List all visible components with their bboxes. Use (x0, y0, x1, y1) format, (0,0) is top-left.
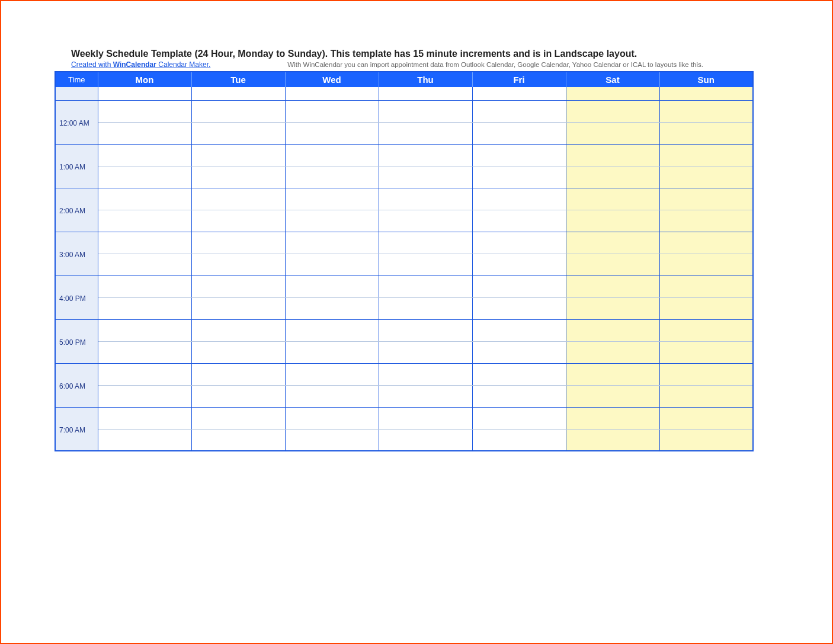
schedule-cell[interactable] (472, 144, 566, 166)
schedule-cell[interactable] (472, 188, 566, 210)
schedule-cell[interactable] (472, 407, 566, 429)
schedule-cell[interactable] (285, 87, 379, 100)
schedule-cell[interactable] (191, 254, 285, 275)
schedule-cell[interactable] (285, 385, 379, 407)
schedule-cell[interactable] (379, 363, 472, 385)
schedule-cell[interactable] (191, 407, 285, 429)
schedule-cell[interactable] (379, 407, 472, 429)
schedule-cell[interactable] (285, 166, 379, 188)
schedule-cell[interactable] (472, 297, 566, 319)
schedule-cell[interactable] (379, 297, 472, 319)
schedule-cell[interactable] (659, 210, 753, 232)
schedule-cell[interactable] (566, 275, 659, 297)
schedule-cell[interactable] (379, 232, 472, 254)
schedule-cell[interactable] (566, 297, 659, 319)
schedule-cell[interactable] (566, 385, 659, 407)
schedule-cell[interactable] (659, 319, 753, 341)
schedule-cell[interactable] (98, 319, 191, 341)
schedule-cell[interactable] (98, 166, 191, 188)
schedule-cell[interactable] (285, 144, 379, 166)
schedule-cell[interactable] (566, 429, 659, 451)
schedule-cell[interactable] (472, 341, 566, 363)
schedule-cell[interactable] (659, 254, 753, 275)
schedule-cell[interactable] (191, 87, 285, 100)
schedule-cell[interactable] (566, 407, 659, 429)
schedule-cell[interactable] (98, 188, 191, 210)
schedule-cell[interactable] (472, 254, 566, 275)
schedule-cell[interactable] (191, 166, 285, 188)
schedule-cell[interactable] (285, 254, 379, 275)
schedule-cell[interactable] (191, 363, 285, 385)
schedule-cell[interactable] (191, 385, 285, 407)
schedule-cell[interactable] (98, 385, 191, 407)
schedule-cell[interactable] (566, 363, 659, 385)
schedule-cell[interactable] (98, 232, 191, 254)
schedule-cell[interactable] (566, 122, 659, 144)
schedule-cell[interactable] (659, 166, 753, 188)
schedule-cell[interactable] (566, 166, 659, 188)
schedule-cell[interactable] (285, 188, 379, 210)
schedule-cell[interactable] (659, 188, 753, 210)
schedule-cell[interactable] (659, 407, 753, 429)
schedule-cell[interactable] (191, 210, 285, 232)
schedule-cell[interactable] (566, 210, 659, 232)
creator-link[interactable]: Created with WinCalendar Calendar Maker. (71, 60, 210, 69)
schedule-cell[interactable] (659, 275, 753, 297)
schedule-cell[interactable] (472, 319, 566, 341)
schedule-cell[interactable] (379, 100, 472, 122)
schedule-cell[interactable] (472, 210, 566, 232)
schedule-cell[interactable] (285, 407, 379, 429)
schedule-cell[interactable] (191, 429, 285, 451)
schedule-cell[interactable] (191, 275, 285, 297)
schedule-cell[interactable] (379, 210, 472, 232)
schedule-cell[interactable] (285, 122, 379, 144)
schedule-cell[interactable] (659, 87, 753, 100)
schedule-cell[interactable] (191, 319, 285, 341)
schedule-cell[interactable] (472, 429, 566, 451)
schedule-cell[interactable] (379, 341, 472, 363)
schedule-cell[interactable] (379, 429, 472, 451)
schedule-cell[interactable] (659, 341, 753, 363)
schedule-cell[interactable] (379, 87, 472, 100)
schedule-cell[interactable] (98, 210, 191, 232)
schedule-cell[interactable] (379, 122, 472, 144)
schedule-cell[interactable] (566, 254, 659, 275)
schedule-cell[interactable] (285, 429, 379, 451)
schedule-cell[interactable] (472, 122, 566, 144)
schedule-cell[interactable] (98, 144, 191, 166)
schedule-cell[interactable] (98, 87, 191, 100)
schedule-cell[interactable] (566, 341, 659, 363)
schedule-cell[interactable] (191, 144, 285, 166)
schedule-cell[interactable] (659, 363, 753, 385)
schedule-cell[interactable] (98, 429, 191, 451)
schedule-cell[interactable] (98, 100, 191, 122)
schedule-cell[interactable] (659, 144, 753, 166)
schedule-cell[interactable] (566, 319, 659, 341)
schedule-cell[interactable] (659, 297, 753, 319)
schedule-cell[interactable] (285, 100, 379, 122)
schedule-cell[interactable] (379, 188, 472, 210)
schedule-cell[interactable] (379, 144, 472, 166)
schedule-cell[interactable] (659, 100, 753, 122)
schedule-cell[interactable] (659, 122, 753, 144)
schedule-cell[interactable] (98, 297, 191, 319)
schedule-cell[interactable] (472, 363, 566, 385)
schedule-cell[interactable] (472, 232, 566, 254)
schedule-cell[interactable] (285, 319, 379, 341)
schedule-cell[interactable] (98, 407, 191, 429)
schedule-cell[interactable] (191, 232, 285, 254)
schedule-cell[interactable] (285, 275, 379, 297)
schedule-cell[interactable] (98, 254, 191, 275)
schedule-cell[interactable] (98, 363, 191, 385)
schedule-cell[interactable] (566, 144, 659, 166)
schedule-cell[interactable] (659, 429, 753, 451)
schedule-cell[interactable] (98, 122, 191, 144)
schedule-cell[interactable] (659, 232, 753, 254)
schedule-cell[interactable] (285, 232, 379, 254)
schedule-cell[interactable] (191, 297, 285, 319)
schedule-cell[interactable] (285, 341, 379, 363)
schedule-cell[interactable] (566, 232, 659, 254)
schedule-cell[interactable] (191, 122, 285, 144)
schedule-cell[interactable] (566, 100, 659, 122)
schedule-cell[interactable] (191, 100, 285, 122)
